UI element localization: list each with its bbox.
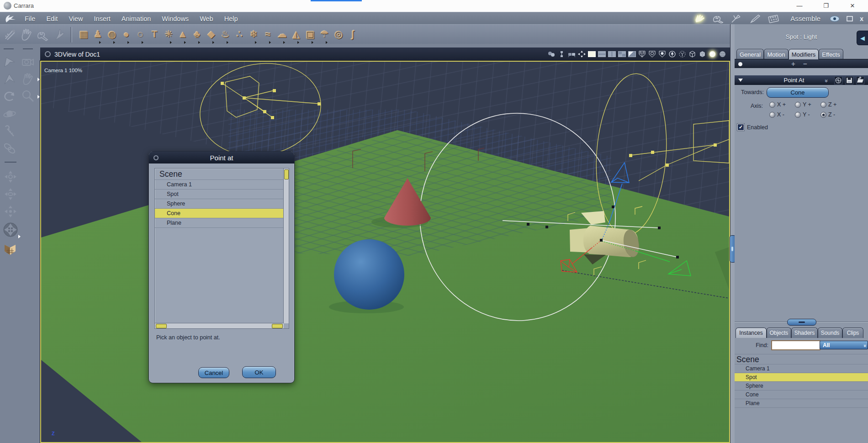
menu-web[interactable]: Web <box>194 15 219 22</box>
list-item-cone[interactable]: Cone <box>155 209 283 218</box>
menu-insert[interactable]: Insert <box>89 15 116 22</box>
enabled-checkbox-row[interactable]: ✓ Enabled <box>737 124 768 131</box>
tab-objects[interactable]: Objects <box>767 327 791 338</box>
insert-plant-icon[interactable]: ❄ <box>247 27 261 42</box>
menu-view[interactable]: View <box>63 15 88 22</box>
insert-text-icon[interactable]: T <box>148 27 162 42</box>
quality-shaded-shield-icon[interactable] <box>658 51 666 58</box>
scene-item-cone[interactable]: Cone <box>735 390 868 399</box>
insert-camera-icon[interactable]: ▣ <box>303 27 318 42</box>
axis-x-plus[interactable]: X + <box>769 101 786 108</box>
checkbox-icon[interactable]: ✓ <box>737 124 744 131</box>
model-room-icon[interactable] <box>713 14 725 23</box>
horizontal-scrollbar[interactable] <box>155 323 284 328</box>
insert-rock-pile-icon[interactable]: ∴ <box>233 27 247 42</box>
storyboard-room-icon[interactable] <box>731 14 743 23</box>
preview-textured-icon[interactable] <box>719 51 726 58</box>
camera-sphere-tool-icon[interactable] <box>3 222 18 237</box>
insert-particles-icon[interactable]: ✳ <box>162 27 176 42</box>
viewport-title-bar[interactable]: 3DView of Doc1 <box>40 47 730 61</box>
render-room-icon[interactable] <box>767 14 779 23</box>
tab-clips[interactable]: Clips <box>842 327 863 338</box>
scene-item-camera1[interactable]: Camera 1 <box>735 364 868 373</box>
axis-z-plus[interactable]: Z + <box>820 101 836 108</box>
close-button[interactable]: ✕ <box>843 0 862 11</box>
menu-windows[interactable]: Windows <box>156 15 194 22</box>
tab-shaders[interactable]: Shaders <box>791 327 818 338</box>
quality-wireframe-shield-icon[interactable] <box>638 51 646 58</box>
screw-tool-icon[interactable] <box>3 124 16 138</box>
menu-edit[interactable]: Edit <box>41 15 63 22</box>
chevrons-icon[interactable]: » <box>824 79 830 81</box>
insert-metaball-icon[interactable]: ◍ <box>105 27 119 42</box>
orbit-tool-icon[interactable] <box>3 107 16 121</box>
insert-floor-icon[interactable]: ▦ <box>77 27 91 42</box>
link-state-icon[interactable] <box>558 51 566 58</box>
preview-wire-sphere-icon[interactable] <box>678 51 686 58</box>
3d-canvas[interactable]: Camera 1 100% Z Point at Scene Camera 1 … <box>40 61 730 443</box>
save-preset-icon[interactable] <box>845 76 853 84</box>
preview-shaded-icon[interactable] <box>709 51 716 58</box>
ok-button[interactable]: OK <box>242 366 276 378</box>
list-item-camera1[interactable]: Camera 1 <box>155 180 283 190</box>
insert-ambient-light-icon[interactable]: ◎ <box>332 27 346 42</box>
preview-flat-cube-icon[interactable] <box>699 51 706 58</box>
insert-spline-blob-icon[interactable]: ● <box>119 27 133 42</box>
load-preset-icon[interactable] <box>856 76 864 84</box>
restore-button[interactable]: ❐ <box>817 0 835 11</box>
axis-y-plus[interactable]: Y + <box>795 101 811 108</box>
preview-wire-cube-icon[interactable] <box>688 51 696 58</box>
hand-tool-icon[interactable] <box>20 28 33 42</box>
camera-tool-icon[interactable] <box>21 55 35 69</box>
tab-motion[interactable]: Motion <box>764 49 789 59</box>
list-item-spot[interactable]: Spot <box>155 190 283 199</box>
insert-tree-icon[interactable]: ♣ <box>190 27 204 42</box>
point-at-section-header[interactable]: Point At » <box>735 75 868 85</box>
minimize-button[interactable]: — <box>790 0 809 11</box>
viewport-collapse-icon[interactable] <box>45 51 51 57</box>
axis-z-minus[interactable]: Z - <box>820 111 835 118</box>
layout-single-icon[interactable] <box>588 51 596 57</box>
pan-hand-tool-icon[interactable] <box>21 72 35 86</box>
filter-dropdown[interactable]: All» <box>820 341 868 349</box>
remove-modifier-button[interactable]: − <box>803 59 807 69</box>
collapse-pill-button[interactable] <box>787 319 816 326</box>
collapse-panel-icon[interactable] <box>846 16 853 22</box>
radio-icon[interactable] <box>820 102 826 108</box>
tab-modifiers[interactable]: Modifiers <box>789 49 819 59</box>
tab-effects[interactable]: Effects <box>819 49 843 59</box>
layout-split-icon[interactable] <box>608 51 616 57</box>
working-box-tool-icon[interactable] <box>3 241 17 256</box>
insert-cloud-icon[interactable]: ☁ <box>275 27 289 42</box>
add-modifier-button[interactable]: + <box>791 59 795 69</box>
rotate-tool-icon[interactable] <box>3 90 16 103</box>
axis-x-minus[interactable]: X - <box>769 111 784 118</box>
link-tool-icon[interactable] <box>3 142 16 155</box>
insert-rain-icon[interactable]: ☂ <box>318 27 332 42</box>
list-item-plane[interactable]: Plane <box>155 218 283 228</box>
scene-item-plane[interactable]: Plane <box>735 399 868 408</box>
radio-icon[interactable] <box>769 102 775 108</box>
quality-flat-shield-icon[interactable] <box>648 51 656 58</box>
radio-selected-icon[interactable] <box>820 112 826 118</box>
insert-vertex-object-icon[interactable]: ♟ <box>91 27 105 42</box>
insert-rock-icon[interactable]: ◆ <box>204 27 218 42</box>
camera-track-tool-icon[interactable] <box>4 205 17 218</box>
zoom-tool-icon[interactable] <box>21 90 35 103</box>
select-tool-icon[interactable] <box>3 55 16 69</box>
cancel-button[interactable]: Cancel <box>198 367 229 378</box>
insert-spot-light-icon[interactable]: ◭ <box>289 27 303 42</box>
scrollbar-thumb[interactable] <box>272 324 283 328</box>
scrollbar-thumb[interactable] <box>284 169 289 179</box>
gimbal-icon[interactable] <box>578 51 586 58</box>
find-input[interactable] <box>771 340 820 350</box>
texture-room-icon[interactable] <box>749 14 761 23</box>
menu-help[interactable]: Help <box>219 15 243 22</box>
list-item-sphere[interactable]: Sphere <box>155 199 283 209</box>
dialog-title-bar[interactable]: Point at <box>149 152 294 163</box>
insert-ocean-icon[interactable]: ≈ <box>261 27 275 42</box>
preview-up-icon[interactable] <box>668 51 676 58</box>
insert-terrain-icon[interactable]: ▲ <box>176 27 190 42</box>
tab-general[interactable]: General <box>736 49 764 59</box>
camera-dolly-tool-icon[interactable] <box>4 170 17 184</box>
